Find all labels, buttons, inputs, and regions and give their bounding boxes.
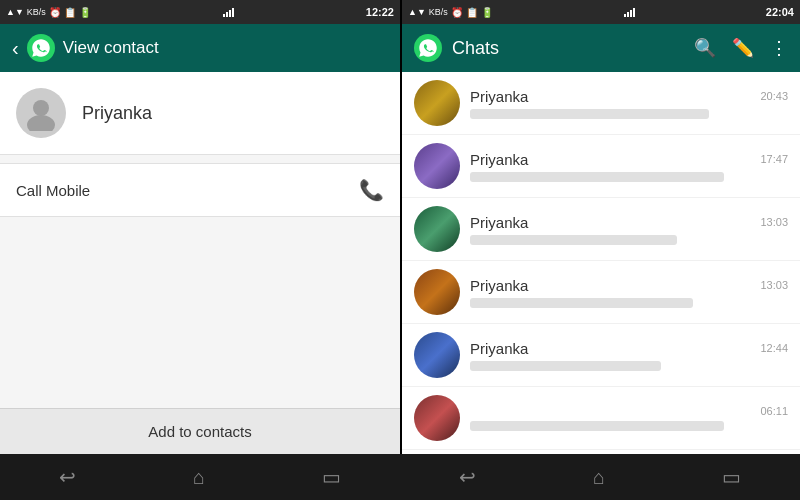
chat-info: Priyanka 13:03 [470,277,788,308]
bottom-nav-container: ↩ ⌂ ▭ ↩ ⌂ ▭ [0,454,800,500]
chats-title: Chats [452,38,684,59]
add-to-contacts-button[interactable]: Add to contacts [0,408,400,454]
chat-name-row: Priyanka 12:44 [470,340,788,357]
signal-bar-4 [232,8,234,17]
left-screen: ▲▼ KB/s ⏰ 📋 🔋 12:22 ‹ View contact [0,0,400,454]
list-item[interactable]: Priyanka 12:44 [402,324,800,387]
left-content: Priyanka Call Mobile 📞 Add to contacts [0,72,400,454]
header-actions: 🔍 ✏️ ⋮ [694,37,788,59]
chat-name-row: Priyanka 20:43 [470,88,788,105]
avatar [414,80,460,126]
contact-avatar [16,88,66,138]
chat-contact-name: Priyanka [470,340,528,357]
right-kb-indicator: ▲▼ [408,7,426,17]
right-back-nav-icon[interactable]: ↩ [459,465,476,489]
chat-preview-bar [470,361,661,371]
right-time: 22:04 [766,6,794,18]
chat-timestamp: 13:03 [760,279,788,291]
chat-name-row: Priyanka 13:03 [470,214,788,231]
chat-info: 06:11 [470,405,788,431]
right-home-nav-icon[interactable]: ⌂ [593,466,605,489]
right-screen: ▲▼ KB/s ⏰ 📋 🔋 22:04 Chats � [400,0,800,454]
list-item[interactable]: Priyanka 17:47 [402,135,800,198]
avatar [414,206,460,252]
right-recents-nav-icon[interactable]: ▭ [722,465,741,489]
search-icon[interactable]: 🔍 [694,37,716,59]
signal-bar-1 [223,14,225,17]
right-alarm-icon: ⏰ [451,7,463,18]
right-battery-icon: 🔋 [481,7,493,18]
phone-icon[interactable]: 📞 [359,178,384,202]
contact-detail-spacer [0,217,400,408]
right-signal-bar-1 [624,14,626,17]
chat-name-row: Priyanka 17:47 [470,151,788,168]
contact-name: Priyanka [82,103,152,124]
chat-timestamp: 12:44 [760,342,788,354]
left-signal-bars [223,7,234,17]
right-signal-bar-3 [630,10,632,17]
chat-info: Priyanka 20:43 [470,88,788,119]
left-sd-icon: 📋 [64,7,76,18]
more-options-icon[interactable]: ⋮ [770,37,788,59]
chat-preview-bar [470,235,677,245]
default-avatar-icon [23,95,59,131]
call-mobile-label: Call Mobile [16,182,90,199]
left-time: 12:22 [366,6,394,18]
right-sd-icon: 📋 [466,7,478,18]
chat-contact-name: Priyanka [470,277,528,294]
list-item[interactable]: 06:11 [402,387,800,450]
chat-name-row: Priyanka 13:03 [470,277,788,294]
left-back-nav-icon[interactable]: ↩ [59,465,76,489]
list-item[interactable]: Priyanka 13:03 [402,198,800,261]
left-kb-text: KB/s [27,7,46,17]
chat-contact-name: Priyanka [470,214,528,231]
list-item[interactable]: Priyanka 13:03 [402,261,800,324]
chat-info: Priyanka 13:03 [470,214,788,245]
right-kb-text: KB/s [429,7,448,17]
left-alarm-icon: ⏰ [49,7,61,18]
whatsapp-logo-right [414,34,442,62]
chat-preview-bar [470,172,724,182]
right-status-left: ▲▼ KB/s ⏰ 📋 🔋 [408,7,493,18]
chat-contact-name: Priyanka [470,88,528,105]
whatsapp-logo-left [27,34,55,62]
call-section[interactable]: Call Mobile 📞 [0,163,400,217]
avatar [414,269,460,315]
avatar [414,395,460,441]
chat-info: Priyanka 17:47 [470,151,788,182]
avatar [414,332,460,378]
view-contact-title: View contact [63,38,159,58]
right-signal-bar-2 [627,12,629,17]
signal-bar-3 [229,10,231,17]
new-chat-icon[interactable]: ✏️ [732,37,754,59]
chat-list: Priyanka 20:43 Priyanka 17:47 [402,72,800,454]
right-header: Chats 🔍 ✏️ ⋮ [402,24,800,72]
list-item[interactable]: Priyanka 20:43 [402,72,800,135]
left-status-left: ▲▼ KB/s ⏰ 📋 🔋 [6,7,91,18]
chat-preview-bar [470,109,709,119]
left-home-nav-icon[interactable]: ⌂ [193,466,205,489]
svg-point-2 [27,115,55,131]
avatar [414,143,460,189]
chat-timestamp: 13:03 [760,216,788,228]
right-signal-bar-4 [633,8,635,17]
left-header: ‹ View contact [0,24,400,72]
left-recents-nav-icon[interactable]: ▭ [322,465,341,489]
signal-bar-2 [226,12,228,17]
chat-preview-bar [470,421,724,431]
contact-info-section: Priyanka [0,72,400,155]
chat-name-row: 06:11 [470,405,788,417]
left-status-bar: ▲▼ KB/s ⏰ 📋 🔋 12:22 [0,0,400,24]
left-kb-indicator: ▲▼ [6,7,24,17]
back-button[interactable]: ‹ [12,37,19,60]
chat-preview-bar [470,298,693,308]
chat-timestamp: 06:11 [760,405,788,417]
chat-timestamp: 20:43 [760,90,788,102]
left-battery-icon: 🔋 [79,7,91,18]
chat-contact-name: Priyanka [470,151,528,168]
right-signal-bars [624,7,635,17]
svg-point-1 [33,100,49,116]
right-status-bar: ▲▼ KB/s ⏰ 📋 🔋 22:04 [402,0,800,24]
right-bottom-nav: ↩ ⌂ ▭ [400,454,800,500]
chat-timestamp: 17:47 [760,153,788,165]
